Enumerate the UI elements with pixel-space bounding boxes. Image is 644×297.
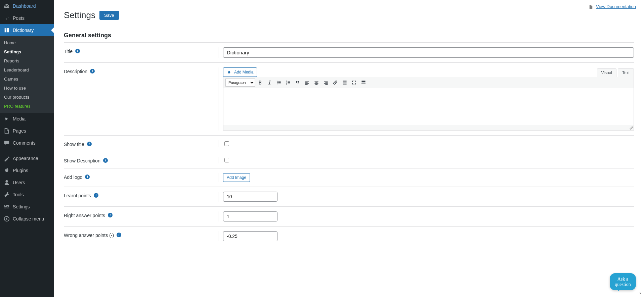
ask-question-widget[interactable]: Ask a question [610,273,636,290]
editor-tab-text[interactable]: Text [618,68,634,77]
row-show-title: Show title i [64,136,634,152]
svg-rect-18 [315,82,317,83]
save-button[interactable]: Save [99,11,119,20]
svg-rect-6 [278,84,281,84]
info-icon[interactable]: i [75,49,80,53]
info-icon[interactable]: i [117,233,121,237]
dictionary-icon [3,27,10,34]
label-add-logo: Add logo [64,175,82,180]
svg-rect-17 [314,81,318,82]
sidebar-item-label: Comments [13,140,36,146]
svg-rect-20 [315,84,317,85]
submenu-home[interactable]: Home [0,38,54,47]
sidebar-item-appearance[interactable]: Appearance [0,152,54,164]
submenu-games[interactable]: Games [0,75,54,84]
add-image-button[interactable]: Add Image [223,173,250,182]
view-documentation-link[interactable]: View Documentation [596,4,636,9]
label-description: Description [64,69,87,74]
submenu-pro-features[interactable]: PRO features [0,102,54,111]
align-left-icon[interactable] [303,78,311,87]
collapse-icon [3,215,10,222]
bullet-list-icon[interactable] [274,78,283,87]
svg-rect-8 [288,81,290,82]
submenu-leaderboard[interactable]: Leaderboard [0,65,54,75]
svg-rect-4 [278,82,281,83]
editor-tab-visual[interactable]: Visual [597,68,616,77]
info-icon[interactable]: i [90,69,95,73]
submenu-reports[interactable]: Reports [0,56,54,65]
sidebar-item-dictionary[interactable]: Dictionary [0,24,54,36]
svg-rect-15 [305,83,309,84]
read-more-icon[interactable] [340,78,349,87]
editor-toolbar: Paragraph 123 [223,77,634,88]
title-input[interactable] [223,47,634,58]
fullscreen-icon[interactable] [350,78,358,87]
toolbar-toggle-icon[interactable] [359,78,368,87]
pin-icon [3,15,10,21]
row-wrong-answer-points: Wrong answer points (-) i [64,227,634,246]
sidebar-item-comments[interactable]: Comments [0,137,54,149]
row-learnt-points: Learnt points i [64,187,634,207]
editor-resize-handle[interactable] [223,125,634,131]
italic-icon[interactable] [265,78,274,87]
blockquote-icon[interactable] [293,78,302,87]
sidebar-item-settings[interactable]: Settings [0,201,54,213]
submenu-our-products[interactable]: Our products [0,93,54,102]
main-content: View Documentation Settings Save General… [54,0,644,297]
info-icon[interactable]: i [85,175,90,179]
sidebar-item-pages[interactable]: Pages [0,125,54,137]
label-wrong-answer-points: Wrong answer points (-) [64,233,114,238]
sidebar-collapse-label: Collapse menu [13,216,44,221]
show-title-checkbox[interactable] [224,141,229,146]
sidebar-item-label: Tools [13,192,24,197]
format-select[interactable]: Paragraph [225,79,255,87]
sidebar-item-posts[interactable]: Posts [0,12,54,24]
align-right-icon[interactable] [321,78,330,87]
learnt-points-input[interactable] [223,192,277,202]
label-title: Title [64,49,73,54]
sidebar-item-label: Plugins [13,168,28,173]
svg-rect-28 [361,81,365,82]
sidebar-item-tools[interactable]: Tools [0,189,54,201]
sidebar-item-label: Users [13,180,25,185]
label-learnt-points: Learnt points [64,193,91,198]
info-icon[interactable]: i [87,142,92,146]
submenu-settings[interactable]: Settings [0,47,54,56]
number-list-icon[interactable]: 123 [284,78,293,87]
info-icon[interactable]: i [108,213,113,217]
svg-rect-22 [325,82,328,83]
svg-rect-23 [324,83,328,84]
add-media-label: Add Media [234,70,253,75]
show-description-checkbox[interactable] [224,158,229,162]
svg-rect-31 [364,83,364,84]
svg-rect-24 [325,84,328,85]
sidebar-item-users[interactable]: Users [0,177,54,189]
info-icon[interactable]: i [103,158,108,163]
admin-sidebar: Dashboard Posts Dictionary Home Settings… [0,0,54,297]
info-icon[interactable]: i [94,193,98,198]
sidebar-item-plugins[interactable]: Plugins [0,164,54,177]
svg-rect-30 [363,83,363,84]
scroll-down-indicator[interactable] [638,291,643,296]
row-title: Title i [64,43,634,63]
sidebar-item-label: Dashboard [13,3,36,9]
svg-rect-29 [361,83,362,84]
submenu-how-to-use[interactable]: How to use [0,84,54,93]
sidebar-item-media[interactable]: Media [0,113,54,125]
view-documentation: View Documentation [589,4,636,9]
row-add-logo: Add logo i Add Image [64,168,634,187]
row-right-answer-points: Right answer points i [64,207,634,227]
add-media-button[interactable]: Add Media [223,67,257,77]
svg-point-1 [277,81,277,82]
editor-textarea[interactable] [223,88,634,125]
align-center-icon[interactable] [312,78,321,87]
wrong-answer-points-input[interactable] [223,231,277,241]
pages-icon [3,128,10,134]
bold-icon[interactable] [256,78,264,87]
sidebar-collapse[interactable]: Collapse menu [0,213,54,225]
right-answer-points-input[interactable] [223,211,277,221]
media-add-icon [227,69,232,75]
svg-rect-12 [288,84,290,84]
link-icon[interactable] [331,78,340,87]
sidebar-item-dashboard[interactable]: Dashboard [0,0,54,12]
